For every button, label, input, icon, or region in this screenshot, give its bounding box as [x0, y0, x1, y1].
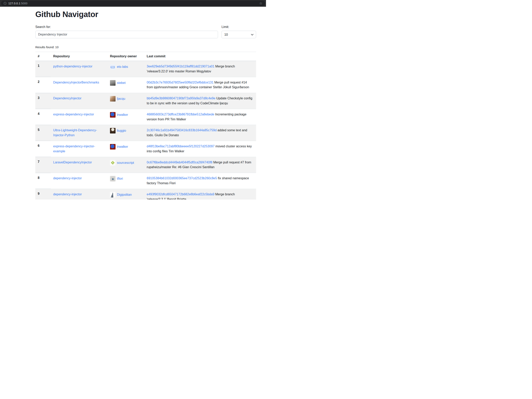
- commit-hash-link[interactable]: 0c67f6be8eddcd4449eb4044f5df0ca26f4740f8: [147, 161, 212, 164]
- commit-cell: bb45d9e3b98608047190bf72a95fa9a37d8c4e9e…: [144, 93, 256, 109]
- row-index: 4: [35, 109, 51, 125]
- limit-block: Limit: 10: [222, 25, 256, 38]
- table-row: 1 python-dependency-injector ETSets-labs…: [35, 61, 256, 77]
- table-row: 8 dependency-injector tflori 69105384b61…: [35, 173, 256, 189]
- header-repository: Repository: [51, 52, 108, 61]
- table-row: 5 Ultra-Lightweight-Dependency-Injector-…: [35, 125, 256, 141]
- table-row: 7 LaravelDependencyInjector Ssourcescrip…: [35, 157, 256, 173]
- owner-link[interactable]: trwalker: [117, 145, 128, 148]
- results-table: # Repository Repository owner Last commi…: [35, 52, 256, 199]
- avatar-lego-spaceman-photo: [110, 112, 115, 118]
- limit-select[interactable]: 10: [222, 31, 256, 38]
- repo-link[interactable]: Ultra-Lightweight-Dependency-Injector-Py…: [53, 129, 97, 137]
- commit-cell: 468856003c273dffce23b86791fbbe512a8ebede…: [144, 109, 256, 125]
- commit-cell: 69105384b61032d000365ee737cd2523b260c8e5…: [144, 173, 256, 189]
- owner-link[interactable]: tflori: [117, 177, 123, 180]
- repo-link[interactable]: python-dependency-injector: [53, 65, 92, 68]
- page-content: Github Navigator Search for: Limit: 10 R…: [0, 10, 256, 199]
- commit-hash-link[interactable]: 69105384b61032d000365ee737cd2523b260c8e5: [147, 177, 217, 180]
- url-host: 127.0.0.1: [8, 2, 20, 5]
- repo-link[interactable]: express-dependency-injector-example: [53, 145, 95, 153]
- owner-link[interactable]: Digipolitan: [117, 193, 132, 196]
- owner-link[interactable]: ljacqu: [117, 97, 125, 100]
- avatar-portrait-photo: [110, 128, 115, 134]
- owner-cell: trwalker: [108, 109, 144, 125]
- row-index: 8: [35, 173, 51, 189]
- owner-cell: Digipolitan: [108, 189, 144, 199]
- search-input[interactable]: [35, 31, 218, 38]
- owner-cell: ljacqu: [108, 93, 144, 109]
- commit-hash-link[interactable]: e493f9032dfcd65047172b682e8b6eaf22c5bda9: [147, 193, 214, 196]
- repo-cell: LaravelDependencyInjector: [51, 157, 108, 173]
- row-index: 7: [35, 157, 51, 173]
- commit-cell: e493f9032dfcd65047172b682e8b6eaf22c5bda9…: [144, 189, 256, 199]
- commit-cell: d48f13be8ac712abf80bbeeee5f120227d253097…: [144, 141, 256, 157]
- owner-cell: Ssourcescript: [108, 157, 144, 173]
- commit-hash-link[interactable]: 468856003c273dffce23b86791fbbe512a8ebede: [147, 113, 214, 116]
- commit-cell: 0c67f6be8eddcd4449eb4044f5df0ca26f4740f8…: [144, 157, 256, 173]
- owner-link[interactable]: stebet: [117, 81, 126, 84]
- repo-cell: dependency-injector: [51, 173, 108, 189]
- commit-hash-link[interactable]: 3ee629eb5d7349d55f41b119aff81dd219071a01: [147, 65, 214, 68]
- url-pill[interactable]: ⓘ 127.0.0.1:5000 ☆: [1, 0, 265, 6]
- row-index: 1: [35, 61, 51, 77]
- table-row: 3 DependencyInjector ljacqu bb45d9e3b986…: [35, 93, 256, 109]
- results-table-body: 1 python-dependency-injector ETSets-labs…: [35, 61, 256, 199]
- browser-url-bar: ⓘ 127.0.0.1:5000 ☆: [0, 0, 266, 7]
- url-text[interactable]: 127.0.0.1:5000: [8, 2, 27, 5]
- commit-cell: 3ee629eb5d7349d55f41b119aff81dd219071a01…: [144, 61, 256, 77]
- repo-cell: DependencyInjector: [51, 93, 108, 109]
- repo-cell: express-dependency-injector-example: [51, 141, 108, 157]
- row-index: 3: [35, 93, 51, 109]
- owner-link[interactable]: trwalker: [117, 113, 128, 116]
- commit-cell: 00d2b3c7e76935d76f25ee50f6d1f2ef6ddce131…: [144, 77, 256, 93]
- repo-cell: python-dependency-injector: [51, 61, 108, 77]
- commit-hash-link[interactable]: 2c30746c1a91b4947583416c833b1644a85c759d: [147, 129, 216, 132]
- repo-cell: express-dependency-injector: [51, 109, 108, 125]
- owner-link[interactable]: liuggio: [117, 129, 126, 132]
- star-icon[interactable]: ☆: [259, 2, 262, 5]
- page-title: Github Navigator: [35, 10, 256, 19]
- repo-cell: DependencyInjectorBenchmarks: [51, 77, 108, 93]
- repo-link[interactable]: LaravelDependencyInjector: [53, 161, 92, 164]
- avatar-portrait-photo: [110, 80, 115, 86]
- owner-cell: tflori: [108, 173, 144, 189]
- owner-cell: trwalker: [108, 141, 144, 157]
- avatar-lego-spaceman-photo: [110, 144, 115, 149]
- row-index: 5: [35, 125, 51, 141]
- url-port: :5000: [20, 2, 27, 5]
- avatar-ets-labs-logo: ETS: [110, 64, 115, 70]
- table-row: 9 dependency-injector Digipolitan e493f9…: [35, 189, 256, 199]
- owner-link[interactable]: ets-labs: [117, 65, 128, 68]
- header-index: #: [35, 52, 51, 61]
- owner-link[interactable]: sourcescript: [117, 161, 134, 164]
- repo-link[interactable]: express-dependency-injector: [53, 113, 94, 116]
- info-icon[interactable]: ⓘ: [4, 2, 6, 5]
- avatar-building-logo: [110, 192, 115, 197]
- repo-cell: dependency-injector: [51, 189, 108, 199]
- repo-link[interactable]: dependency-injector: [53, 193, 82, 196]
- repo-link[interactable]: dependency-injector: [53, 177, 82, 180]
- commit-hash-link[interactable]: bb45d9e3b98608047190bf72a95fa9a37d8c4e9e: [147, 97, 215, 100]
- owner-cell: ETSets-labs: [108, 61, 144, 77]
- header-repository-owner: Repository owner: [108, 52, 144, 61]
- search-form: Search for: Limit: 10: [35, 25, 256, 40]
- results-count: Results found: 10: [35, 45, 256, 49]
- repo-cell: Ultra-Lightweight-Dependency-Injector-Py…: [51, 125, 108, 141]
- header-last-commit: Last commit: [144, 52, 256, 61]
- table-row: 6 express-dependency-injector-example tr…: [35, 141, 256, 157]
- table-row: 2 DependencyInjectorBenchmarks stebet 00…: [35, 77, 256, 93]
- limit-select-wrap: 10: [222, 31, 256, 38]
- table-head: # Repository Repository owner Last commi…: [35, 52, 256, 61]
- repo-link[interactable]: DependencyInjectorBenchmarks: [53, 81, 99, 84]
- avatar-portrait-photo: [110, 96, 115, 102]
- repo-link[interactable]: DependencyInjector: [53, 97, 81, 100]
- table-row: 4 express-dependency-injector trwalker 4…: [35, 109, 256, 125]
- commit-hash-link[interactable]: d48f13be8ac712abf80bbeeee5f120227d253097: [147, 145, 215, 148]
- owner-cell: liuggio: [108, 125, 144, 141]
- owner-cell: stebet: [108, 77, 144, 93]
- commit-cell: 2c30746c1a91b4947583416c833b1644a85c759d…: [144, 125, 256, 141]
- commit-hash-link[interactable]: 00d2b3c7e76935d76f25ee50f6d1f2ef6ddce131: [147, 81, 213, 84]
- row-index: 9: [35, 189, 51, 199]
- avatar-green-diamond-logo: S: [110, 160, 115, 166]
